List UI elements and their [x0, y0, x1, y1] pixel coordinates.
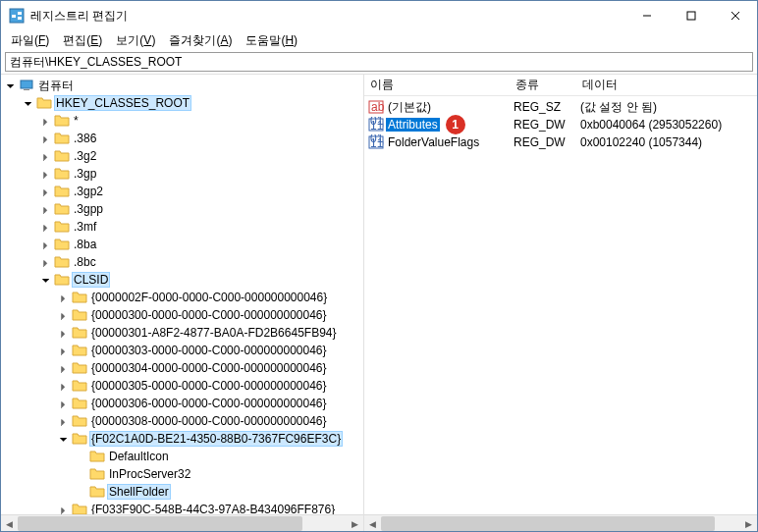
tree-clsid-item[interactable]: ⏵{0000002F-0000-0000-C000-000000000046} [1, 289, 363, 306]
expander-closed-icon[interactable]: ⏵ [56, 399, 72, 409]
value-type: REG_SZ [510, 100, 576, 114]
tree-item[interactable]: ⏵.3gp2 [1, 183, 363, 200]
computer-icon [19, 78, 34, 93]
scroll-right-icon[interactable]: ▶ [740, 515, 757, 531]
expander-closed-icon[interactable]: ⏵ [56, 381, 72, 392]
address-bar[interactable]: 컴퓨터\HKEY_CLASSES_ROOT [5, 52, 753, 72]
tree-label: InProcServer32 [107, 467, 192, 481]
tree-label: DefaultIcon [107, 450, 171, 463]
expander-closed-icon[interactable]: ⏵ [38, 204, 54, 215]
expander-closed-icon[interactable]: ⏵ [56, 310, 72, 321]
maximize-button[interactable] [669, 1, 713, 30]
menu-편집[interactable]: 편집(E) [57, 30, 108, 51]
folder-icon [72, 413, 87, 429]
col-data[interactable]: 데이터 [576, 74, 757, 96]
tree-clsid-item[interactable]: ⏵{00000304-0000-0000-C000-000000000046} [1, 359, 363, 377]
tree-label: {F033F90C-548B-44C3-97A8-B434096FF876} [89, 503, 337, 514]
expander-open-icon[interactable]: ⏷ [3, 80, 19, 91]
scroll-thumb[interactable] [381, 516, 715, 531]
expander-closed-icon[interactable]: ⏵ [56, 363, 72, 374]
tree-subkey[interactable]: InProcServer32 [1, 465, 363, 483]
tree-clsid-item[interactable]: ⏵{F033F90C-548B-44C3-97A8-B434096FF876} [1, 501, 363, 514]
value-row[interactable]: 011110Attributes1REG_DW0xb0040064 (29530… [364, 116, 757, 133]
tree-label: {00000308-0000-0000-C000-000000000046} [89, 414, 329, 428]
tree-clsid-item[interactable]: ⏵{00000300-0000-0000-C000-000000000046} [1, 306, 363, 324]
expander-closed-icon[interactable]: ⏵ [56, 346, 72, 356]
window-title: 레지스트리 편집기 [30, 8, 624, 25]
col-type[interactable]: 종류 [510, 74, 576, 96]
tree-label: {00000301-A8F2-4877-BA0A-FD2B6645FB94} [89, 326, 339, 340]
tree-label: .3gp [72, 167, 98, 181]
value-type: REG_DW [510, 118, 576, 132]
expander-closed-icon[interactable]: ⏵ [56, 505, 72, 515]
value-row[interactable]: 011110FolderValueFlagsREG_DW0x00102240 (… [364, 133, 757, 151]
expander-open-icon[interactable]: ⏷ [21, 98, 36, 109]
menu-도움말[interactable]: 도움말(H) [240, 30, 303, 51]
folder-icon [54, 219, 70, 235]
values-h-scrollbar[interactable]: ◀ ▶ [364, 514, 757, 531]
expander-closed-icon[interactable]: ⏵ [38, 222, 54, 233]
tree-item[interactable]: ⏵.8bc [1, 253, 363, 271]
tree-label: .3mf [72, 220, 98, 234]
tree-subkey[interactable]: ShellFolder [1, 483, 363, 501]
svg-text:110: 110 [370, 136, 384, 150]
tree-clsid-item[interactable]: ⏵{00000308-0000-0000-C000-000000000046} [1, 412, 363, 430]
tree-label: CLSID [72, 272, 110, 288]
tree-item[interactable]: ⏵.3gpp [1, 200, 363, 218]
svg-text:ab: ab [371, 100, 384, 114]
expander-closed-icon[interactable]: ⏵ [38, 116, 54, 127]
value-name: (기본값) [386, 99, 433, 116]
tree-label: .8ba [72, 238, 98, 251]
expander-closed-icon[interactable]: ⏵ [38, 169, 54, 180]
expander-closed-icon[interactable]: ⏵ [56, 293, 72, 303]
tree-selected-clsid[interactable]: ⏷{F02C1A0D-BE21-4350-88B0-7367FC96EF3C} [1, 430, 363, 448]
menu-보기[interactable]: 보기(V) [110, 30, 161, 51]
scroll-left-icon[interactable]: ◀ [1, 515, 18, 531]
close-button[interactable] [713, 1, 757, 30]
tree-item[interactable]: ⏵.8ba [1, 236, 363, 253]
tree-clsid-item[interactable]: ⏵{00000306-0000-0000-C000-000000000046} [1, 395, 363, 412]
tree-item[interactable]: ⏵.3mf [1, 218, 363, 236]
tree-label: {00000306-0000-0000-C000-000000000046} [89, 397, 329, 410]
folder-icon [54, 184, 70, 199]
expander-open-icon[interactable]: ⏷ [38, 275, 54, 286]
tree[interactable]: ⏷컴퓨터⏷HKEY_CLASSES_ROOT⏵*⏵.386⏵.3g2⏵.3gp⏵… [1, 75, 363, 514]
expander-closed-icon[interactable]: ⏵ [38, 257, 54, 268]
scroll-right-icon[interactable]: ▶ [347, 515, 363, 531]
menu-파일[interactable]: 파일(F) [5, 30, 55, 51]
values-pane: 이름 종류 데이터 ab(기본값)REG_SZ(값 설정 안 됨)011110A… [364, 75, 757, 531]
folder-icon [54, 166, 70, 182]
tree-label: HKEY_CLASSES_ROOT [54, 95, 191, 111]
tree-clsid-item[interactable]: ⏵{00000303-0000-0000-C000-000000000046} [1, 342, 363, 359]
content: ⏷컴퓨터⏷HKEY_CLASSES_ROOT⏵*⏵.386⏵.3g2⏵.3gp⏵… [1, 74, 757, 531]
expander-closed-icon[interactable]: ⏵ [38, 186, 54, 197]
tree-label: .386 [72, 132, 98, 145]
tree-item[interactable]: ⏵.3gp [1, 165, 363, 183]
menubar: 파일(F)편집(E)보기(V)즐겨찾기(A)도움말(H) [1, 30, 757, 50]
expander-closed-icon[interactable]: ⏵ [38, 133, 54, 144]
tree-clsid-item[interactable]: ⏵{00000305-0000-0000-C000-000000000046} [1, 377, 363, 395]
scroll-thumb[interactable] [18, 516, 302, 531]
tree-label: .3gp2 [72, 185, 105, 198]
expander-closed-icon[interactable]: ⏵ [38, 151, 54, 162]
tree-clsid[interactable]: ⏷CLSID [1, 271, 363, 289]
col-name[interactable]: 이름 [364, 74, 510, 96]
value-row[interactable]: ab(기본값)REG_SZ(값 설정 안 됨) [364, 98, 757, 116]
expander-closed-icon[interactable]: ⏵ [38, 239, 54, 250]
tree-h-scrollbar[interactable]: ◀ ▶ [1, 514, 363, 531]
values-list[interactable]: ab(기본값)REG_SZ(값 설정 안 됨)011110Attributes1… [364, 96, 757, 514]
tree-item[interactable]: ⏵* [1, 112, 363, 130]
tree-label: * [72, 114, 81, 128]
menu-즐겨찾기[interactable]: 즐겨찾기(A) [163, 30, 238, 51]
tree-clsid-item[interactable]: ⏵{00000301-A8F2-4877-BA0A-FD2B6645FB94} [1, 324, 363, 342]
tree-subkey[interactable]: DefaultIcon [1, 448, 363, 465]
tree-item[interactable]: ⏵.3g2 [1, 147, 363, 165]
expander-closed-icon[interactable]: ⏵ [56, 416, 72, 427]
expander-open-icon[interactable]: ⏷ [56, 434, 72, 445]
tree-root[interactable]: ⏷컴퓨터 [1, 77, 363, 94]
tree-hkcr[interactable]: ⏷HKEY_CLASSES_ROOT [1, 94, 363, 112]
tree-item[interactable]: ⏵.386 [1, 130, 363, 147]
minimize-button[interactable] [624, 1, 669, 30]
scroll-left-icon[interactable]: ◀ [364, 515, 381, 531]
expander-closed-icon[interactable]: ⏵ [56, 328, 72, 339]
